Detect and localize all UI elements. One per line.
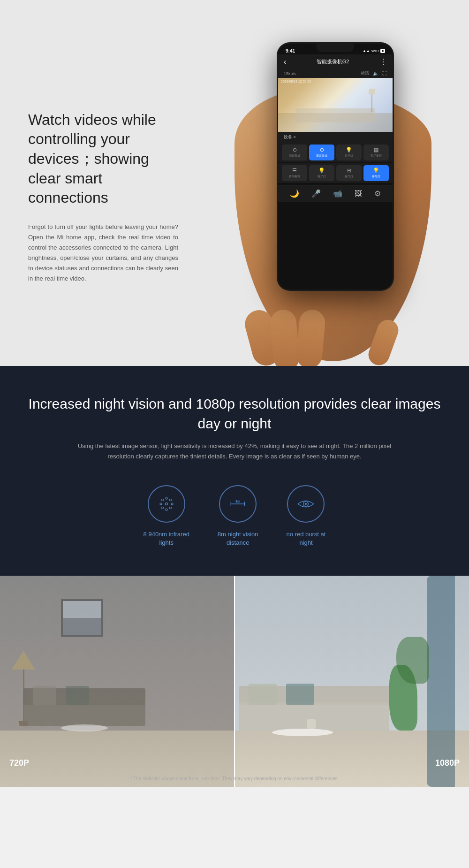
status-time: 9:41 <box>286 48 295 53</box>
video-timestamp: 2018/08/18 12:50:22 <box>281 80 311 83</box>
distance-label: 8m night visiondistance <box>218 530 258 547</box>
cup-right <box>307 719 316 729</box>
svg-text:8m: 8m <box>235 500 240 503</box>
resolution-divider <box>234 576 235 787</box>
section-phone-text: Watch videos while controlling your devi… <box>0 0 469 366</box>
grid-item-7[interactable]: ⊟ 客厅灯 <box>336 165 362 181</box>
grid-item-5[interactable]: ☰ 房间卷帘 <box>282 165 307 181</box>
feature-distance: 8m 8m night visiondistance <box>218 485 258 547</box>
grid-item-8-active[interactable]: 💡 客厅灯 <box>363 165 389 181</box>
record-icon[interactable]: 📹 <box>333 189 342 198</box>
grid-item-3[interactable]: 💡 客厅灯 <box>336 145 362 160</box>
distance-icon-circle: 8m <box>219 485 257 523</box>
label-1080p: 1080P <box>435 758 460 768</box>
more-icon[interactable]: ⋮ <box>379 57 387 66</box>
room-720p <box>0 576 234 787</box>
plant-right <box>394 665 422 731</box>
curtain-right <box>427 576 455 787</box>
pillow1-left <box>33 686 56 705</box>
svg-point-4 <box>169 507 171 509</box>
feature-no-red: no red burst atnight <box>287 485 326 547</box>
speed-label: 15kb/s <box>284 71 296 76</box>
grid-item-2-active[interactable]: ⊙ 离家警戒 <box>309 145 334 160</box>
svg-point-7 <box>160 503 162 505</box>
pillow2-right <box>286 684 314 705</box>
volume-icon: 🔈 <box>373 71 378 76</box>
sofa-seat-left <box>23 702 145 726</box>
device-grid-row1: ⊙ 回家警戒 ⊙ 离家警戒 💡 客厅灯 ▦ 客 <box>278 143 393 162</box>
pillow1-right <box>249 684 277 705</box>
svg-point-1 <box>166 497 167 499</box>
back-icon[interactable]: ‹ <box>284 58 286 66</box>
status-icons: ▲▲ WiFi ■ <box>363 49 385 53</box>
photo-icon[interactable]: 🖼 <box>355 190 362 198</box>
bottom-controls: 🌙 🎤 📹 🖼 ⚙ <box>278 185 393 202</box>
svg-point-5 <box>166 509 167 510</box>
svg-point-14 <box>305 503 307 505</box>
grid-item-1[interactable]: ⊙ 回家警戒 <box>282 145 307 160</box>
picture-left <box>61 599 103 637</box>
footnote: * The statistics above come from Lumi la… <box>130 776 339 781</box>
eye-icon <box>296 495 315 513</box>
devices-label: 设备 > <box>278 132 393 143</box>
infrared-dots-icon <box>157 495 176 513</box>
fullscreen-icon: ⛶ <box>382 71 387 76</box>
section1-text-block: Watch videos while controlling your devi… <box>28 110 178 284</box>
night-vision-subtitle: Using the latest image sensor, light sen… <box>75 441 394 462</box>
ruler-icon: 8m <box>228 495 247 513</box>
svg-point-0 <box>165 503 167 505</box>
section1-body: Forgot to turn off your lights before le… <box>28 222 178 284</box>
quality-label: 标清 <box>361 70 369 76</box>
settings-icon[interactable]: ⚙ <box>374 189 381 198</box>
phone-device: 9:41 ▲▲ WiFi ■ ‹ 智能摄像机G2 ⋮ <box>277 42 394 291</box>
video-feed: 2018/08/18 12:50:22 <box>278 78 393 132</box>
table-right <box>272 729 333 736</box>
table-left <box>61 724 108 731</box>
mic-icon[interactable]: 🎤 <box>311 189 321 198</box>
grid-item-4[interactable]: ▦ 客厅窗帘 <box>363 145 389 160</box>
feature-infrared: 8 940nm infraredlights <box>144 485 189 547</box>
nav-title: 智能摄像机G2 <box>317 58 349 65</box>
night-mode-icon[interactable]: 🌙 <box>290 189 299 198</box>
section1-headline: Watch videos while controlling your devi… <box>28 110 178 208</box>
device-grid-row2: ☰ 房间卷帘 💡 客厅灯 ⊟ 客厅灯 💡 客 <box>278 163 393 183</box>
svg-point-2 <box>169 499 171 501</box>
infrared-icon-circle <box>148 485 185 523</box>
pillow2-left <box>66 686 89 705</box>
no-red-icon-circle <box>287 485 325 523</box>
svg-point-6 <box>161 507 163 509</box>
nav-bar: ‹ 智能摄像机G2 ⋮ <box>278 54 393 69</box>
night-vision-title: Increased night vision and 1080p resolut… <box>23 394 446 434</box>
grid-item-6[interactable]: 💡 客厅灯 <box>309 165 334 181</box>
info-bar: 15kb/s 标清 🔈 ⛶ <box>278 69 393 78</box>
label-720p: 720P <box>9 758 29 768</box>
no-red-label: no red burst atnight <box>287 530 326 547</box>
features-row: 8 940nm infraredlights 8m 8m night visio… <box>23 485 446 547</box>
svg-point-3 <box>171 503 173 505</box>
section-night-vision: Increased night vision and 1080p resolut… <box>0 366 469 576</box>
phone-display: 9:41 ▲▲ WiFi ■ ‹ 智能摄像机G2 ⋮ <box>220 33 446 361</box>
infrared-label: 8 940nm infraredlights <box>144 530 189 547</box>
section-resolution-comparison: 720P 1080P * The statistics above come f… <box>0 576 469 787</box>
svg-point-8 <box>161 499 163 501</box>
room-1080p <box>234 576 469 787</box>
